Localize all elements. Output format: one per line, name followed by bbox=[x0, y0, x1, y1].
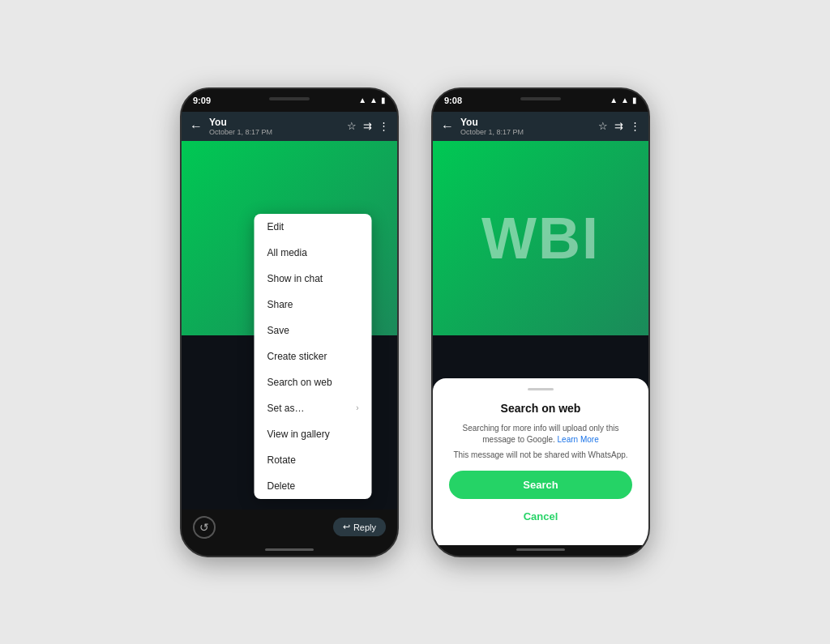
battery-icon-right: ▮ bbox=[632, 96, 637, 104]
sheet-handle bbox=[528, 388, 554, 390]
menu-item-share[interactable]: Share bbox=[255, 292, 372, 318]
learn-more-link[interactable]: Learn More bbox=[558, 435, 599, 444]
menu-item-create-sticker[interactable]: Create sticker bbox=[255, 343, 372, 369]
image-right: WBI bbox=[433, 141, 648, 335]
menu-item-show-in-chat[interactable]: Show in chat bbox=[255, 266, 372, 292]
search-button[interactable]: Search bbox=[449, 471, 632, 499]
status-icons-left: ▲ ▲ ▮ bbox=[358, 96, 386, 104]
signal-icon-right: ▲ bbox=[610, 96, 618, 104]
header-subtitle-right: October 1, 8:17 PM bbox=[460, 128, 592, 136]
reply-button-left[interactable]: ↩ Reply bbox=[333, 518, 386, 536]
forward-icon-left[interactable]: ⇉ bbox=[363, 120, 372, 132]
chevron-icon-set-as: › bbox=[356, 403, 358, 412]
header-icons-left: ☆ ⇉ ⋮ bbox=[347, 120, 389, 132]
image-wbi-text: WBI bbox=[481, 205, 600, 271]
menu-item-rotate[interactable]: Rotate bbox=[255, 447, 372, 473]
sheet-description: Searching for more info will upload only… bbox=[449, 423, 632, 446]
bottom-sheet: Search on web Searching for more info wi… bbox=[433, 378, 648, 545]
back-button-right[interactable]: ← bbox=[441, 119, 454, 134]
time-left: 9:09 bbox=[193, 96, 211, 105]
menu-item-view-in-gallery[interactable]: View in gallery bbox=[255, 421, 372, 447]
menu-item-all-media[interactable]: All media bbox=[255, 240, 372, 266]
content-left: W Edit All media Show in chat Share Save bbox=[182, 141, 397, 510]
phone-left: 9:09 ▲ ▲ ▮ ← You October 1, 8:17 PM ☆ ⇉ … bbox=[180, 87, 399, 557]
contact-name-left: You bbox=[209, 117, 340, 128]
menu-item-search-on-web[interactable]: Search on web bbox=[255, 369, 372, 395]
status-bar-left: 9:09 ▲ ▲ ▮ bbox=[182, 89, 397, 112]
menu-item-save[interactable]: Save bbox=[255, 318, 372, 343]
star-icon-right[interactable]: ☆ bbox=[598, 120, 608, 132]
menu-item-delete[interactable]: Delete bbox=[255, 473, 372, 499]
more-icon-right[interactable]: ⋮ bbox=[630, 120, 640, 132]
status-bar-right: 9:08 ▲ ▲ ▮ bbox=[433, 89, 648, 112]
wa-header-right: ← You October 1, 8:17 PM ☆ ⇉ ⋮ bbox=[433, 112, 648, 141]
status-icons-right: ▲ ▲ ▮ bbox=[610, 96, 637, 104]
contact-name-right: You bbox=[460, 117, 592, 128]
reply-icon-left: ↩ bbox=[343, 522, 350, 532]
more-icon-left[interactable]: ⋮ bbox=[379, 120, 389, 132]
emoji-button-left[interactable]: ↺ bbox=[193, 516, 216, 539]
phone-right: 9:08 ▲ ▲ ▮ ← You October 1, 8:17 PM ☆ ⇉ … bbox=[431, 87, 650, 557]
header-title-area-right: You October 1, 8:17 PM bbox=[460, 117, 592, 136]
menu-item-edit[interactable]: Edit bbox=[255, 214, 372, 240]
reply-label-left: Reply bbox=[353, 522, 376, 532]
back-button-left[interactable]: ← bbox=[190, 119, 203, 134]
battery-icon-left: ▮ bbox=[381, 96, 386, 104]
bottom-bar-left: ↺ ↩ Reply bbox=[182, 510, 397, 545]
wifi-icon-left: ▲ bbox=[370, 96, 378, 104]
forward-icon-right[interactable]: ⇉ bbox=[614, 120, 623, 132]
header-icons-right: ☆ ⇉ ⋮ bbox=[598, 120, 640, 132]
home-indicator-right bbox=[433, 545, 648, 556]
signal-icon-left: ▲ bbox=[358, 96, 366, 104]
time-right: 9:08 bbox=[444, 96, 462, 105]
main-container: 9:09 ▲ ▲ ▮ ← You October 1, 8:17 PM ☆ ⇉ … bbox=[0, 0, 830, 644]
home-indicator-left bbox=[182, 545, 397, 556]
menu-item-set-as[interactable]: Set as… › bbox=[255, 395, 372, 421]
sheet-note: This message will not be shared with Wha… bbox=[449, 450, 632, 459]
context-menu: Edit All media Show in chat Share Save C… bbox=[255, 214, 372, 499]
wifi-icon-right: ▲ bbox=[621, 96, 629, 104]
cancel-button[interactable]: Cancel bbox=[449, 504, 632, 529]
header-title-area-left: You October 1, 8:17 PM bbox=[209, 117, 340, 136]
sheet-title: Search on web bbox=[449, 402, 632, 415]
wa-header-left: ← You October 1, 8:17 PM ☆ ⇉ ⋮ bbox=[182, 112, 397, 141]
star-icon-left[interactable]: ☆ bbox=[347, 120, 357, 132]
content-right: WBI Search on web Searching for more inf… bbox=[433, 141, 648, 545]
header-subtitle-left: October 1, 8:17 PM bbox=[209, 128, 340, 136]
